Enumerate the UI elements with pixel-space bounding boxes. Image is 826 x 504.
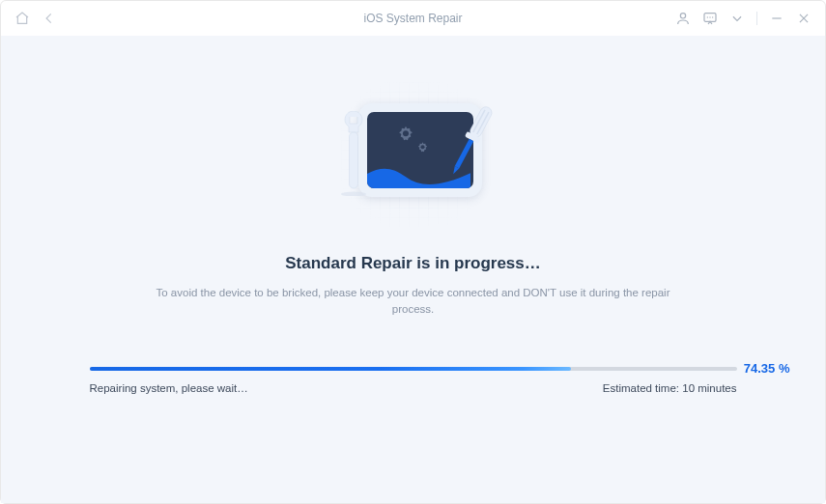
status-text: Repairing system, please wait…	[90, 382, 248, 394]
content-area: Standard Repair is in progress… To avoid…	[1, 36, 825, 503]
app-window: iOS System Repair	[0, 0, 826, 504]
progress-section: 74.35 % Repairing system, please wait… E…	[90, 367, 737, 394]
svg-rect-13	[454, 139, 472, 169]
gear-icon	[395, 125, 416, 146]
screwdriver-icon	[446, 101, 497, 188]
svg-point-10	[341, 192, 366, 197]
svg-rect-9	[349, 132, 357, 188]
estimated-time: Estimated time: 10 minutes	[603, 382, 737, 394]
window-title: iOS System Repair	[1, 12, 825, 25]
progress-bar: 74.35 %	[90, 367, 737, 371]
repair-illustration	[331, 82, 496, 227]
progress-percent: 74.35 %	[744, 361, 790, 376]
svg-point-7	[402, 130, 408, 136]
svg-point-8	[420, 145, 424, 149]
progress-heading: Standard Repair is in progress…	[285, 254, 541, 273]
wrench-icon	[336, 111, 371, 196]
gear-icon	[415, 141, 430, 155]
progress-subtext: To avoid the device to be bricked, pleas…	[143, 285, 684, 319]
progress-fill	[90, 367, 571, 371]
titlebar: iOS System Repair	[1, 1, 825, 36]
